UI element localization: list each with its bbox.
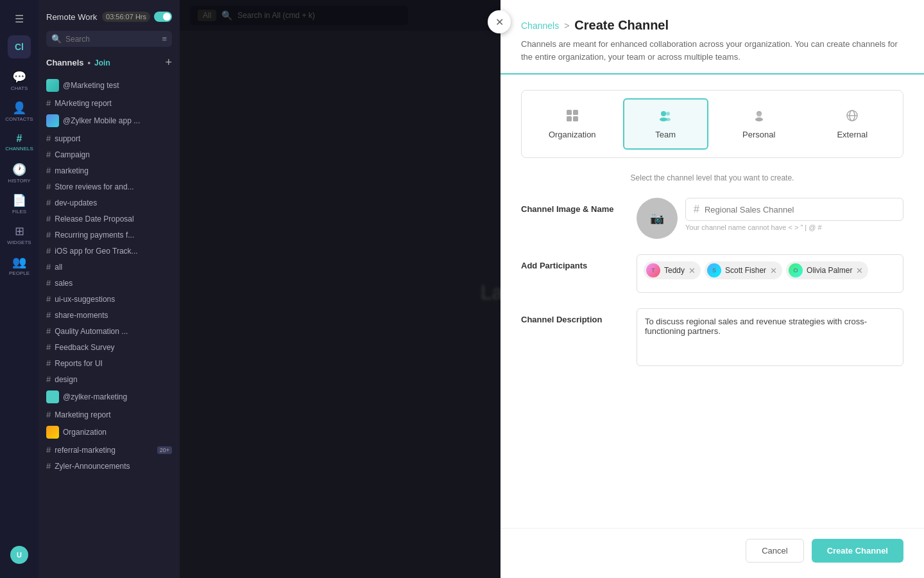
channel-name-input[interactable] bbox=[705, 205, 895, 215]
sidebar-item-files[interactable]: 📄 FILES bbox=[5, 189, 33, 218]
people-icon: 👥 bbox=[12, 255, 26, 269]
channel-item-campaign[interactable]: # Campaign bbox=[38, 146, 180, 162]
create-channel-modal: Channels > Create Channel Channels are m… bbox=[501, 0, 924, 578]
tab-organization[interactable]: Organization bbox=[529, 98, 615, 150]
channel-item-organization[interactable]: Organization ··· bbox=[38, 423, 180, 442]
user-avatar[interactable]: U bbox=[10, 546, 28, 564]
files-icon: 📄 bbox=[12, 193, 26, 207]
avatar-olivia: O bbox=[789, 263, 803, 277]
channel-item-recurring-payments[interactable]: # Recurring payments f... bbox=[38, 227, 180, 243]
hamburger-icon[interactable]: ☰ bbox=[15, 13, 24, 25]
modal-description: Channels are meant for enhanced collabor… bbox=[521, 38, 903, 63]
app-logo: Cl bbox=[15, 42, 24, 52]
close-modal-button[interactable]: ✕ bbox=[488, 10, 511, 33]
channel-avatar-organization bbox=[46, 426, 59, 439]
channel-description-row: Channel Description To discuss regional … bbox=[521, 308, 903, 369]
channel-item-quality-automation[interactable]: # Qaulity Automation ... bbox=[38, 323, 180, 339]
select-hint-text: Select the channel level that you want t… bbox=[521, 173, 903, 182]
breadcrumb: Channels > Create Channel bbox=[521, 18, 903, 33]
create-channel-button[interactable]: Create Channel bbox=[812, 539, 903, 563]
channel-item-marketing[interactable]: # marketing bbox=[38, 162, 180, 179]
channel-item-zyler-announcements[interactable]: # Zyler-Announcements bbox=[38, 458, 180, 474]
participant-teddy: T Teddy ✕ bbox=[644, 261, 701, 279]
svg-rect-0 bbox=[567, 110, 572, 115]
add-channel-icon[interactable]: + bbox=[165, 56, 172, 69]
cancel-button[interactable]: Cancel bbox=[746, 539, 803, 563]
channel-item-dev-updates[interactable]: # dev-updates bbox=[38, 195, 180, 211]
channel-image-name-row: Channel Image & Name 📷 # Your channel na… bbox=[521, 198, 903, 239]
svg-point-9 bbox=[755, 118, 763, 121]
team-tab-label: Team bbox=[655, 130, 676, 139]
participant-scott-name: Scott Fisher bbox=[725, 266, 766, 275]
channel-item-marketing-test[interactable]: @Marketing test ··· bbox=[38, 76, 180, 95]
modal-footer: Cancel Create Channel bbox=[501, 528, 924, 578]
channel-name-input-wrapper[interactable]: # bbox=[685, 198, 903, 221]
participant-scott-remove[interactable]: ✕ bbox=[770, 267, 777, 275]
description-label: Channel Description bbox=[521, 308, 624, 324]
sidebar-item-history[interactable]: 🕐 HISTORY bbox=[5, 159, 33, 187]
channel-item-sales[interactable]: # sales bbox=[38, 275, 180, 291]
svg-point-7 bbox=[665, 118, 671, 121]
channel-item-marketing-report2[interactable]: # Marketing report bbox=[38, 407, 180, 423]
main-content: All 🔍 Search in All (cmd + k) Laughing a… bbox=[180, 0, 924, 578]
camera-icon: 📷 bbox=[650, 211, 664, 225]
sidebar-item-contacts[interactable]: 👤 CONTACTS bbox=[5, 97, 33, 125]
sidebar: ☰ Cl 💬 CHATS 👤 CONTACTS # CHANNELS 🕐 HIS… bbox=[0, 0, 38, 578]
channel-image-label: Channel Image & Name bbox=[521, 198, 624, 214]
external-tab-label: External bbox=[837, 130, 868, 139]
sidebar-item-people[interactable]: 👥 PEOPLE bbox=[5, 251, 33, 279]
channel-avatar-marketing-test bbox=[46, 79, 59, 92]
svg-point-5 bbox=[666, 112, 670, 116]
participant-olivia-remove[interactable]: ✕ bbox=[856, 267, 863, 275]
channel-item-feedback-survey[interactable]: # Feedback Survey bbox=[38, 339, 180, 355]
personal-tab-icon bbox=[752, 109, 766, 126]
channel-item-store-reviews[interactable]: # Store reviews for and... bbox=[38, 179, 180, 195]
channel-item-support[interactable]: # support bbox=[38, 130, 180, 146]
participant-scott: S Scott Fisher ✕ bbox=[705, 261, 782, 279]
channel-search-input[interactable] bbox=[65, 35, 158, 44]
external-tab-icon bbox=[845, 109, 859, 126]
modal-overlay: ✕ Channels > Create Channel Channels are… bbox=[180, 0, 924, 578]
personal-tab-label: Personal bbox=[742, 130, 775, 139]
tab-team[interactable]: Team bbox=[623, 98, 709, 150]
timer-badge: 03:56:07 Hrs bbox=[102, 12, 150, 22]
sort-icon[interactable]: ≡ bbox=[162, 34, 167, 44]
channel-item-marketing-report[interactable]: # MArketing report bbox=[38, 95, 180, 111]
channel-item-zylker-marketing[interactable]: @zylker-marketing ··· bbox=[38, 387, 180, 407]
channel-items-list: @Marketing test ··· # MArketing report @… bbox=[38, 76, 180, 578]
channel-description-textarea[interactable]: To discuss regional sales and revenue st… bbox=[637, 308, 903, 366]
participant-teddy-remove[interactable]: ✕ bbox=[689, 267, 696, 275]
team-tab-icon bbox=[658, 109, 672, 126]
channel-item-share-moments[interactable]: # share-moments bbox=[38, 307, 180, 323]
modal-body: Organization Team Personal bbox=[501, 74, 924, 528]
avatar-teddy: T bbox=[646, 263, 660, 277]
breadcrumb-channels-link[interactable]: Channels bbox=[521, 21, 559, 31]
sidebar-item-widgets[interactable]: ⊞ WIDGETS bbox=[5, 220, 33, 249]
channels-join-link[interactable]: Join bbox=[94, 58, 110, 67]
search-icon: 🔍 bbox=[51, 34, 62, 44]
channel-item-design[interactable]: # design bbox=[38, 371, 180, 387]
contacts-icon: 👤 bbox=[12, 101, 26, 115]
tab-external[interactable]: External bbox=[810, 98, 896, 150]
svg-rect-3 bbox=[573, 116, 578, 121]
breadcrumb-separator: > bbox=[564, 21, 569, 31]
participants-label: Add Participants bbox=[521, 254, 624, 270]
channel-item-referral-marketing[interactable]: # referral-marketing 20+ bbox=[38, 442, 180, 458]
channels-dot: • bbox=[88, 58, 91, 67]
tab-personal[interactable]: Personal bbox=[716, 98, 802, 150]
channel-image-upload[interactable]: 📷 bbox=[637, 198, 678, 239]
organization-tab-icon bbox=[565, 109, 579, 126]
channel-item-reports-ui[interactable]: # Reports for UI bbox=[38, 355, 180, 371]
add-participants-row: Add Participants T Teddy ✕ S Scott Fishe… bbox=[521, 254, 903, 293]
channel-item-ios-app[interactable]: # iOS app for Geo Track... bbox=[38, 243, 180, 259]
sidebar-item-chats[interactable]: 💬 CHATS bbox=[5, 66, 33, 94]
channel-item-zylker-mobile[interactable]: @Zylker Mobile app ... ··· bbox=[38, 111, 180, 130]
channel-type-tabs: Organization Team Personal bbox=[521, 90, 903, 158]
status-toggle[interactable] bbox=[154, 12, 172, 22]
channel-item-release-date[interactable]: # Release Date Proposal bbox=[38, 211, 180, 227]
participants-box[interactable]: T Teddy ✕ S Scott Fisher ✕ O bbox=[637, 254, 903, 293]
channel-item-ui-ux[interactable]: # ui-ux-suggestions bbox=[38, 291, 180, 307]
channel-item-all[interactable]: # all bbox=[38, 259, 180, 275]
sidebar-item-channels[interactable]: # CHANNELS bbox=[5, 128, 33, 156]
svg-rect-1 bbox=[573, 110, 578, 115]
